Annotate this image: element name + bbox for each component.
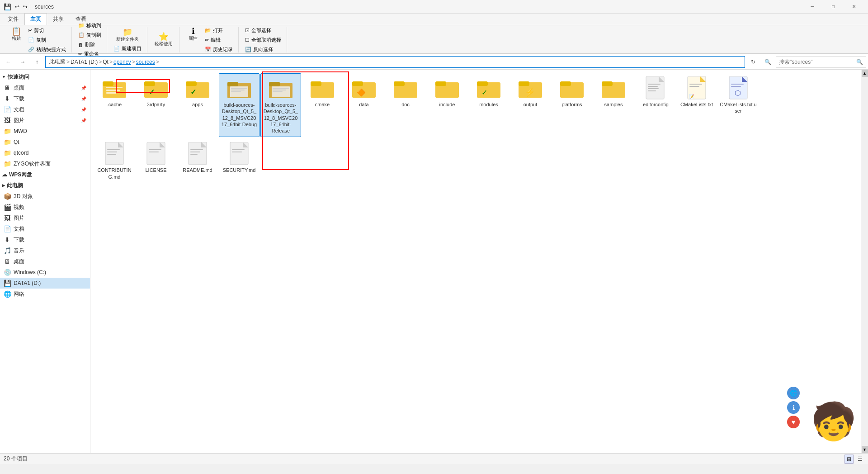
sidebar-item-downloads[interactable]: ⬇ 下载 📌 [0, 93, 90, 104]
file-item-apps[interactable]: ✓ apps [177, 73, 218, 137]
nav-up-button[interactable]: ↑ [31, 56, 43, 68]
sidebar-item-video[interactable]: 🎬 视频 [0, 202, 90, 213]
sidebar-item-qt[interactable]: 📁 Qt [0, 137, 90, 147]
file-item-cache[interactable]: .cache [94, 73, 135, 137]
svg-rect-20 [231, 91, 241, 92]
quick-access-toolbar-icon[interactable]: 💾 [4, 3, 11, 10]
nav-back-button[interactable]: ← [2, 56, 14, 68]
ribbon-easy-access-btn[interactable]: ⭐ 轻松使用 [152, 32, 175, 48]
svg-rect-12 [186, 81, 197, 86]
corner-info-btn[interactable]: ℹ [787, 401, 800, 414]
corner-globe-btn[interactable]: 🌐 [787, 387, 800, 399]
pin-icon: 📌 [81, 85, 86, 90]
sidebar-item-windows[interactable]: 💿 Windows (C:) [0, 267, 90, 278]
scroll-down-button[interactable]: ▼ [862, 446, 868, 453]
ribbon-select-all-btn[interactable]: ☑全部选择 [243, 26, 283, 35]
sidebar-item-pictures[interactable]: 🖼 图片 📌 [0, 115, 90, 126]
ribbon-new-item-btn[interactable]: 📄新建项目 [112, 44, 143, 53]
file-item-modules[interactable]: ✓ modules [468, 73, 509, 137]
ribbon-paste-btn[interactable]: 📋 粘贴 [7, 26, 25, 54]
ribbon-open-btn[interactable]: 📂打开 [203, 26, 235, 35]
corner-heart-btn[interactable]: ♥ [787, 416, 800, 428]
scrollbar[interactable]: ▲ ▼ [861, 70, 868, 453]
sidebar-item-data1[interactable]: 💾 DATA1 (D:) [0, 278, 90, 289]
ribbon-copy-btn[interactable]: 📄复制 [26, 36, 68, 44]
tab-share[interactable]: 共享 [47, 13, 70, 25]
scroll-up-button[interactable]: ▲ [862, 70, 868, 77]
sidebar-item-zygo[interactable]: 📁 ZYGO软件界面 [0, 158, 90, 169]
close-button[interactable]: ✕ [844, 0, 864, 14]
sidebar-item-qtcord[interactable]: 📁 qtcord [0, 147, 90, 158]
ribbon-copy-to-btn[interactable]: 📋复制到 [76, 31, 103, 39]
ribbon-deselect-btn[interactable]: ☐全部取消选择 [243, 36, 283, 44]
sidebar-item-documents[interactable]: 📄 文档 [0, 223, 90, 234]
tab-file[interactable]: 文件 [2, 13, 24, 25]
file-item-samples[interactable]: samples [593, 73, 634, 137]
sidebar-item-3d[interactable]: 📦 3D 对象 [0, 191, 90, 202]
search-box[interactable]: 🔍 [776, 56, 866, 68]
ribbon-history-btn[interactable]: 📅历史记录 [203, 45, 235, 54]
file-item-build-debug[interactable]: build-sources-Desktop_Qt_5_12_8_MSVC2017… [219, 73, 259, 137]
file-item-data[interactable]: 🔶 data [344, 73, 384, 137]
svg-rect-19 [231, 90, 245, 90]
address-opencv[interactable]: opencv [113, 59, 131, 65]
tab-home[interactable]: 主页 [24, 13, 47, 25]
file-item-contributing[interactable]: CONTRIBUTING.md [94, 139, 135, 183]
sidebar-item-docs[interactable]: 📄 文档 📌 [0, 104, 90, 115]
file-item-include[interactable]: include [427, 73, 467, 137]
address-qt[interactable]: Qt [103, 59, 108, 65]
address-pc[interactable]: 此电脑 [49, 58, 66, 66]
address-sources[interactable]: sources [136, 59, 155, 65]
svg-rect-18 [231, 88, 247, 89]
search-input[interactable] [779, 59, 854, 65]
dl-icon: ⬇ [4, 236, 11, 243]
file-item-output[interactable]: ⚡ output [510, 73, 551, 137]
sidebar-item-desktop2[interactable]: 🖥 桌面 [0, 256, 90, 267]
sidebar-item-network[interactable]: 🌐 网络 [0, 289, 90, 299]
ribbon-properties-btn[interactable]: ℹ 属性 [184, 26, 202, 54]
svg-rect-37 [394, 81, 405, 86]
desktop-icon: 🖥 [4, 84, 11, 91]
ribbon-edit-btn[interactable]: ✏编辑 [203, 36, 235, 44]
sidebar-wps-header[interactable]: ☁ WPS网盘 [0, 169, 90, 180]
file-item-doc[interactable]: doc [385, 73, 426, 137]
svg-text:✓: ✓ [149, 88, 155, 96]
folder-icon-samples [601, 76, 626, 101]
address-d[interactable]: DATA1 (D:) [71, 59, 98, 65]
nav-forward-button[interactable]: → [16, 56, 29, 68]
sidebar-item-desktop[interactable]: 🖥 桌面 📌 [0, 82, 90, 93]
file-item-cmake[interactable]: cmake [302, 73, 343, 137]
file-item-cmakelists-user[interactable]: ⬡ CMakeLists.txt.user [718, 73, 759, 137]
file-item-platforms[interactable]: platforms [552, 73, 592, 137]
file-item-security[interactable]: SECURITY.md [219, 139, 259, 183]
minimize-button[interactable]: ─ [802, 0, 823, 14]
file-item-editorconfig[interactable]: .editorconfig [635, 73, 675, 137]
sidebar-item-pics[interactable]: 🖼 图片 [0, 213, 90, 223]
sidebar-thispc-header[interactable]: ▶ 此电脑 [0, 180, 90, 191]
file-item-readme[interactable]: README.md [177, 139, 218, 183]
file-item-build-release[interactable]: build-sources-Desktop_Qt_5_12_8_MSVC2017… [260, 73, 301, 137]
sidebar-item-mwd[interactable]: 📁 MWD [0, 126, 90, 137]
ribbon-move-btn[interactable]: 📁移动到 [76, 21, 103, 30]
file-item-3rdparty[interactable]: ✓ 3rdparty [136, 73, 176, 137]
file-item-license[interactable]: LICENSE [136, 139, 176, 183]
ribbon-delete-btn[interactable]: 🗑删除 [76, 40, 103, 49]
sidebar-item-music[interactable]: 🎵 音乐 [0, 245, 90, 256]
qat-redo[interactable]: ↪ [22, 3, 29, 11]
search-button[interactable]: 🔍 [761, 56, 774, 68]
status-bar: 20 个项目 ⊞ ☰ [0, 453, 868, 464]
ribbon-invert-btn[interactable]: 🔄反向选择 [243, 45, 283, 54]
ribbon-cut-btn[interactable]: ✂剪切 [26, 26, 68, 35]
view-large-icons-button[interactable]: ⊞ [844, 455, 854, 464]
file-item-cmakelists[interactable]: 📝 CMakeLists.txt [676, 73, 717, 137]
file-icon-cmakelists: 📝 [684, 76, 709, 101]
ribbon-new-folder-btn[interactable]: 📁 新建文件夹 [113, 27, 142, 43]
refresh-button[interactable]: ↻ [747, 56, 760, 68]
sidebar-quick-access-header[interactable]: ▼ 快速访问 [0, 71, 90, 82]
sidebar-item-dl[interactable]: ⬇ 下载 [0, 234, 90, 245]
maximize-button[interactable]: □ [823, 0, 844, 14]
ribbon-shortcut-btn[interactable]: 🔗粘贴快捷方式 [26, 45, 68, 54]
view-list-button[interactable]: ☰ [855, 455, 864, 464]
address-bar[interactable]: 此电脑 > DATA1 (D:) > Qt > opencv > sources… [45, 56, 745, 68]
qat-undo[interactable]: ↩ [14, 3, 21, 11]
